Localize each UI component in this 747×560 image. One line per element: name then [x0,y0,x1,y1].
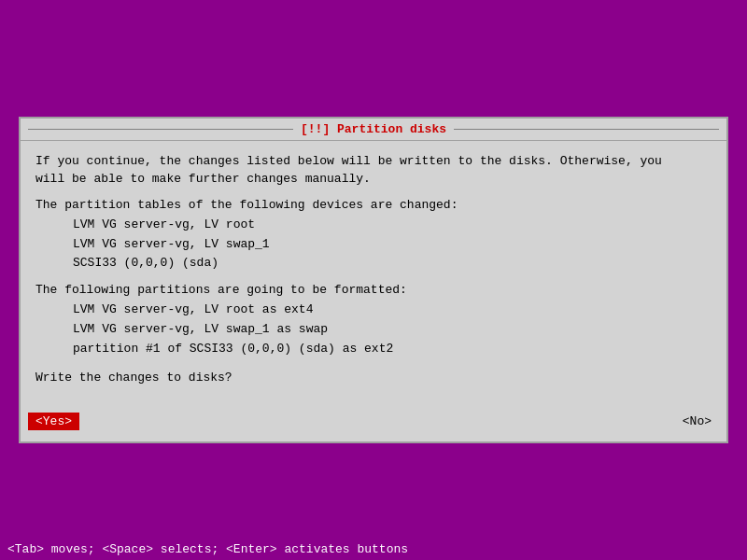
status-bar: <Tab> moves; <Space> selects; <Enter> ac… [0,539,747,560]
dialog-title: [!!] Partition disks [293,122,454,136]
dialog-title-bar: [!!] Partition disks [21,119,726,141]
list-item: partition #1 of SCSI33 (0,0,0) (sda) as … [35,340,712,359]
format-title: The following partitions are going to be… [35,283,712,297]
dialog: [!!] Partition disks If you continue, th… [19,117,728,443]
dialog-content: If you continue, the changes listed belo… [21,141,726,409]
list-item: SCSI33 (0,0,0) (sda) [35,254,712,273]
partition-tables-title: The partition tables of the following de… [35,198,712,212]
screen: [!!] Partition disks If you continue, th… [0,0,747,560]
list-item: LVM VG server-vg, LV swap_1 [35,235,712,255]
buttons-row: <Yes> <No> [21,409,726,441]
no-button[interactable]: <No> [675,413,719,430]
format-section: The following partitions are going to be… [35,283,712,358]
status-text: <Tab> moves; <Space> selects; <Enter> ac… [7,542,408,556]
list-item: LVM VG server-vg, LV swap_1 as swap [35,320,712,340]
yes-button[interactable]: <Yes> [28,413,79,430]
question-text: Write the changes to disks? [35,369,712,387]
partition-tables-section: The partition tables of the following de… [35,198,712,273]
list-item: LVM VG server-vg, LV root as ext4 [35,301,712,320]
intro-text: If you continue, the changes listed belo… [35,152,712,189]
list-item: LVM VG server-vg, LV root [35,216,712,235]
